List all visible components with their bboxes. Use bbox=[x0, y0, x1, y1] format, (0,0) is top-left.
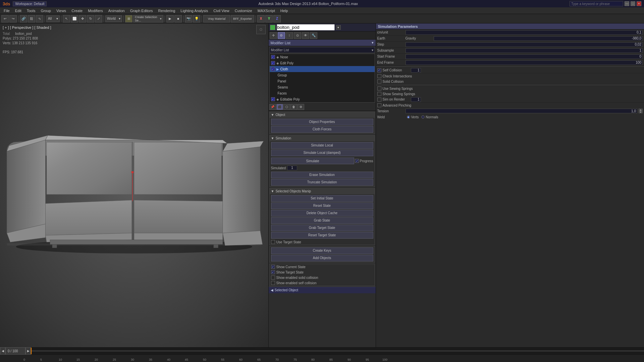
configure-button[interactable]: ⚙ bbox=[298, 104, 304, 110]
unlink-button[interactable]: ⛓ bbox=[28, 15, 35, 22]
gravity-input[interactable] bbox=[434, 36, 643, 41]
z-axis-button[interactable]: Z bbox=[273, 15, 281, 22]
tension-down[interactable]: ▼ bbox=[639, 111, 643, 113]
reset-state-button[interactable]: Reset State bbox=[271, 202, 373, 209]
camera-button[interactable]: 📷 bbox=[185, 15, 192, 22]
tab-modify[interactable]: ⚙ bbox=[278, 32, 285, 39]
menu-modifiers[interactable]: Modifiers bbox=[86, 8, 105, 13]
bff-exporter-button[interactable]: BFF_Exporter bbox=[231, 15, 254, 22]
grab-state-button[interactable]: Grab State bbox=[271, 217, 373, 224]
modifier-seams[interactable]: Seams bbox=[270, 84, 375, 90]
tab-utilities[interactable]: 🔧 bbox=[310, 32, 317, 39]
menu-lighting-analysis[interactable]: Lighting Analysis bbox=[178, 8, 210, 13]
menu-graph-editors[interactable]: Graph Editors bbox=[128, 8, 155, 13]
show-sewing-springs-checkbox[interactable] bbox=[377, 92, 381, 96]
reset-target-state-button[interactable]: Reset Target State bbox=[271, 232, 373, 239]
pin-stack-button[interactable]: 📌 bbox=[269, 104, 276, 110]
self-collision-checkbox[interactable]: ✓ bbox=[377, 68, 381, 72]
menu-edit[interactable]: Edit bbox=[13, 8, 24, 13]
end-frame-input[interactable] bbox=[406, 60, 643, 65]
timeline-track[interactable] bbox=[31, 348, 644, 354]
weld-verts-option[interactable]: Verts bbox=[407, 115, 419, 119]
object-properties-button[interactable]: Object Properties bbox=[271, 119, 373, 125]
x-axis-button[interactable]: X bbox=[257, 15, 265, 22]
truncate-simulation-button[interactable]: Truncate Simulation bbox=[271, 179, 373, 186]
rotate-button[interactable]: ↻ bbox=[87, 15, 94, 22]
simulate-button[interactable]: Simulate bbox=[271, 158, 355, 164]
menu-animation[interactable]: Animation bbox=[106, 8, 127, 13]
search-input[interactable] bbox=[570, 1, 623, 6]
timeline-prev-button[interactable]: ◀ bbox=[0, 347, 5, 355]
modifier-editpoly-check[interactable]: ✓ bbox=[271, 61, 275, 65]
menu-help[interactable]: Help bbox=[278, 8, 290, 13]
check-intersections-checkbox[interactable] bbox=[377, 74, 381, 78]
use-target-state-checkbox[interactable] bbox=[271, 240, 275, 244]
vray-material-button[interactable]: Vray Material bbox=[203, 15, 230, 22]
bind-to-space-button[interactable]: ∿ bbox=[36, 15, 43, 22]
modifier-list-header[interactable]: Modifier List ▾ bbox=[269, 40, 376, 46]
tab-create[interactable]: ✛ bbox=[270, 32, 277, 39]
solid-collision-checkbox[interactable] bbox=[377, 79, 381, 83]
minimize-button[interactable]: — bbox=[625, 1, 629, 6]
simulate-local-damped-button[interactable]: Simulate Local (damped) bbox=[271, 149, 373, 156]
menu-customize[interactable]: Customize bbox=[232, 8, 255, 13]
filter-dropdown[interactable]: All ▾ bbox=[46, 15, 60, 22]
y-axis-button[interactable]: Y bbox=[265, 15, 273, 22]
progress-checkbox[interactable]: ✓ bbox=[355, 159, 359, 163]
play-button[interactable]: ▶ bbox=[166, 15, 174, 22]
erase-simulation-button[interactable]: Erase Simulation bbox=[271, 172, 373, 178]
selected-object-bar[interactable]: ◀ Selected Object bbox=[269, 287, 376, 293]
grab-target-state-button[interactable]: Grab Target State bbox=[271, 225, 373, 231]
sim-on-render-val[interactable] bbox=[411, 97, 421, 102]
step-input[interactable] bbox=[406, 42, 643, 47]
timeline-playhead[interactable] bbox=[31, 348, 32, 354]
object-name-input[interactable] bbox=[277, 24, 335, 31]
tab-motion[interactable]: ⊙ bbox=[294, 32, 301, 39]
maximize-button[interactable]: □ bbox=[631, 1, 635, 6]
menu-views[interactable]: Views bbox=[54, 8, 68, 13]
weld-normals-radio[interactable] bbox=[421, 115, 425, 119]
advanced-pinching-checkbox[interactable] bbox=[377, 103, 381, 107]
frame-ruler[interactable]: 0 5 10 15 20 25 30 35 40 45 50 55 60 65 … bbox=[0, 355, 644, 362]
modifier-group[interactable]: Group bbox=[270, 72, 375, 78]
modifier-dropdown[interactable]: Modifier List ▾ bbox=[269, 47, 375, 53]
weld-normals-option[interactable]: Normals bbox=[421, 115, 438, 119]
light-button[interactable]: 💡 bbox=[193, 15, 200, 22]
modifier-editable-poly[interactable]: ✓ ◈ Editable Poly bbox=[270, 96, 375, 102]
menu-file[interactable]: File bbox=[1, 8, 12, 13]
title-bar-right[interactable]: — □ ✕ bbox=[570, 1, 641, 6]
show-enabled-self-checkbox[interactable] bbox=[271, 281, 275, 285]
self-collision-val[interactable] bbox=[411, 68, 421, 73]
set-initial-state-button[interactable]: Set Initial State bbox=[271, 195, 373, 202]
modifier-editpoly[interactable]: ✓ ◈ Edit Poly bbox=[270, 60, 375, 66]
menu-maxscript[interactable]: MAXScript bbox=[255, 8, 277, 13]
menu-tools[interactable]: Tools bbox=[24, 8, 38, 13]
tab-hierarchy[interactable]: ⫶ bbox=[286, 32, 293, 39]
show-enabled-solid-checkbox[interactable] bbox=[271, 276, 275, 280]
reference-coord-dropdown[interactable]: World ▾ bbox=[105, 15, 122, 22]
sim-on-render-checkbox[interactable] bbox=[377, 98, 381, 102]
stop-button[interactable]: ■ bbox=[174, 15, 182, 22]
subsample-input[interactable] bbox=[406, 48, 643, 53]
show-current-state-checkbox[interactable]: ✓ bbox=[271, 265, 275, 269]
select-button[interactable]: ↖ bbox=[63, 15, 70, 22]
workspace-dropdown[interactable]: Workspace: Default bbox=[13, 1, 47, 6]
viewport[interactable]: [ + ] [ Perspective ] [ Shaded ] Total b… bbox=[0, 23, 268, 347]
show-target-state-checkbox[interactable]: ✓ bbox=[271, 270, 275, 274]
modifier-cloth[interactable]: ✓ ▶ Cloth bbox=[270, 66, 375, 72]
select-region-button[interactable]: ⬜ bbox=[71, 15, 78, 22]
weld-verts-radio[interactable] bbox=[407, 115, 410, 119]
object-name-arrow[interactable]: ▾ bbox=[336, 25, 341, 30]
timeline-next-button[interactable]: ▶ bbox=[25, 347, 31, 355]
menu-civil-view[interactable]: Civil View bbox=[211, 8, 231, 13]
make-unique-button[interactable]: ⬡ bbox=[283, 104, 290, 110]
show-end-result-button[interactable]: ⬛ bbox=[276, 104, 283, 110]
remove-modifier-button[interactable]: 🗑 bbox=[290, 104, 297, 110]
menu-rendering[interactable]: Rendering bbox=[156, 8, 178, 13]
delete-object-cache-button[interactable]: Delete Object Cache bbox=[271, 210, 373, 217]
scale-button[interactable]: ⤢ bbox=[95, 15, 102, 22]
move-button[interactable]: ✥ bbox=[79, 15, 86, 22]
modifier-panel[interactable]: Panel bbox=[270, 78, 375, 84]
snap-toggle[interactable]: ⊞ bbox=[125, 15, 132, 22]
modifier-faces[interactable]: Faces bbox=[270, 90, 375, 96]
